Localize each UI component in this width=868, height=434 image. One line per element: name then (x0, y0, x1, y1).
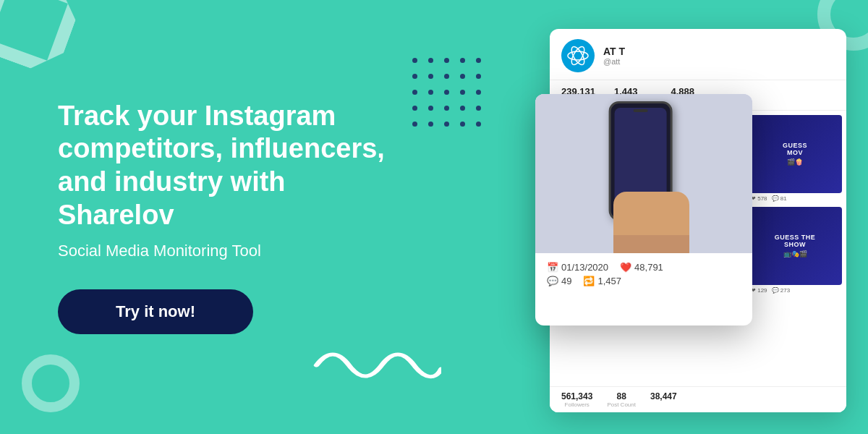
likes-with-icon: ❤️ 48,791 (620, 262, 663, 273)
main-headline: Track your Instagram competitors, influe… (58, 100, 405, 231)
list-item: GUESS THESHOW 📺🎭🎬 ❤ 129 💬 273 (748, 207, 842, 296)
comment-icon: 💬 (547, 276, 558, 286)
share-icon: 🔁 (583, 276, 595, 286)
post-likes: 48,791 (634, 262, 663, 273)
card-header: AT T @att (550, 29, 846, 80)
post-thumb-6: GUESS THESHOW 📺🎭🎬 (748, 207, 842, 285)
post-comments: 49 (561, 276, 571, 286)
post-stats-3: ❤ 578 💬 81 (748, 193, 842, 204)
list-item: GUESSMOV 🎬🍿 ❤ 578 💬 81 (748, 115, 842, 204)
post-title-3: GUESSMOV (783, 142, 807, 157)
card-title-area: AT T @att (603, 46, 835, 66)
bstat-posts-label: Post Count (607, 401, 636, 408)
sub-headline: Social Media Monitoring Tool (58, 242, 405, 260)
calendar-icon: 📅 (547, 262, 558, 273)
bottom-stats: 561,343 Followers 88 Post Count 38,447 (550, 386, 846, 412)
post-title-6: GUESS THESHOW (775, 234, 816, 249)
post-date: 01/13/2020 (561, 262, 608, 273)
post-thumb-3: GUESSMOV 🎬🍿 (748, 115, 842, 193)
card-bottom: 561,343 Followers 88 Post Count 38,447 T… (550, 396, 846, 412)
svg-point-0 (566, 43, 590, 68)
phone-post-card: 📅 01/13/2020 ❤️ 48,791 💬 49 🔁 (535, 94, 752, 326)
bottom-stat-engagement2: 38,447 (650, 391, 677, 408)
att-logo (561, 39, 595, 72)
fingers-shape (613, 235, 689, 253)
brand-handle: @att (603, 57, 835, 66)
post-emojis-3: 🎬🍿 (787, 158, 803, 166)
banner: Track your Instagram competitors, influe… (0, 0, 868, 434)
comments-with-icon: 💬 49 (547, 276, 571, 286)
right-content: AT T @att 239,131 Followers 1,443 Post C… (398, 0, 868, 434)
bstat-posts-val: 88 (607, 391, 636, 401)
brand-name: AT T (603, 46, 835, 57)
deco-circle-bottom-left (22, 354, 80, 412)
post-shares: 1,457 (597, 276, 621, 286)
post-emojis-6: 📺🎭🎬 (783, 250, 807, 258)
bottom-stat-followers: 561,343 Followers (561, 391, 592, 408)
phone-post-info: 📅 01/13/2020 ❤️ 48,791 💬 49 🔁 (535, 253, 752, 295)
heart-icon: ❤️ (620, 262, 631, 273)
shares-with-icon: 🔁 1,457 (583, 276, 621, 286)
bstat-followers-label: Followers (561, 401, 592, 408)
phone-image-area (535, 94, 752, 253)
cta-button[interactable]: Try it now! (58, 289, 253, 334)
phone-date-likes: 📅 01/13/2020 ❤️ 48,791 (547, 262, 741, 273)
post-stats-6: ❤ 129 💬 273 (748, 285, 842, 296)
left-content: Track your Instagram competitors, influe… (0, 100, 405, 334)
deco-hexagon-top-left (0, 0, 85, 77)
phone-notch (634, 109, 648, 112)
date-with-icon: 📅 01/13/2020 (547, 262, 608, 273)
phone-comments-shares: 💬 49 🔁 1,457 (547, 276, 741, 286)
bstat-followers-val: 561,343 (561, 391, 592, 401)
bstat-engagement2-val: 38,447 (650, 391, 677, 401)
bottom-stat-posts: 88 Post Count (607, 391, 636, 408)
